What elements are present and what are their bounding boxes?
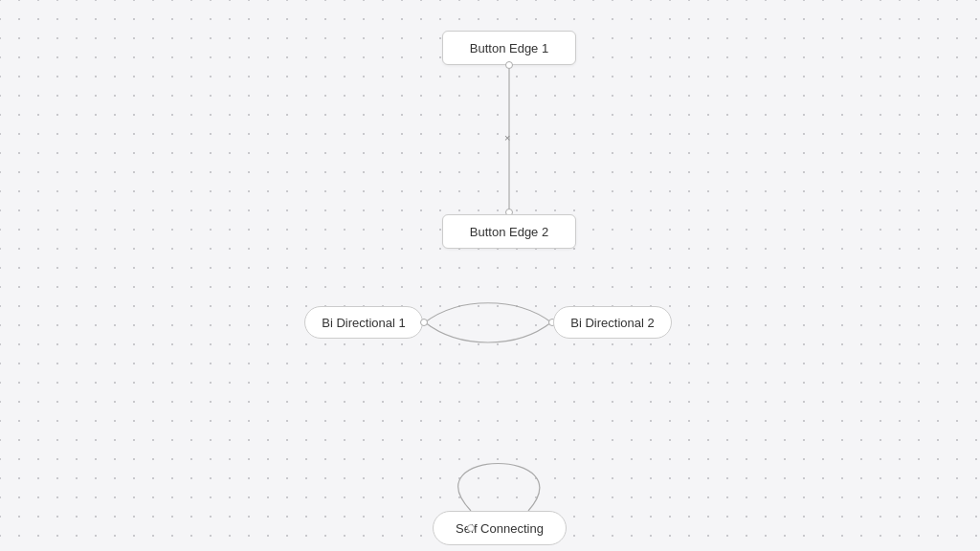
node-bi-directional-2-label: Bi Directional 2 (570, 316, 654, 330)
conn-bidir1-right (420, 319, 428, 326)
conn-self-left (467, 524, 475, 532)
node-bi-directional-2[interactable]: Bi Directional 2 (553, 306, 672, 339)
edge-midpoint-label[interactable]: × (504, 132, 510, 143)
node-self-connecting[interactable]: Self Connecting (433, 511, 567, 545)
node-button-edge-1-label: Button Edge 1 (470, 41, 548, 55)
node-button-edge-2-label: Button Edge 2 (470, 225, 548, 239)
node-button-edge-1[interactable]: Button Edge 1 (442, 31, 576, 65)
conn-button-edge-1-bottom (505, 61, 513, 69)
node-button-edge-2[interactable]: Button Edge 2 (442, 214, 576, 249)
node-bi-directional-1-label: Bi Directional 1 (322, 316, 405, 330)
node-bi-directional-1[interactable]: Bi Directional 1 (304, 306, 423, 339)
dot-grid-background (0, 0, 980, 551)
